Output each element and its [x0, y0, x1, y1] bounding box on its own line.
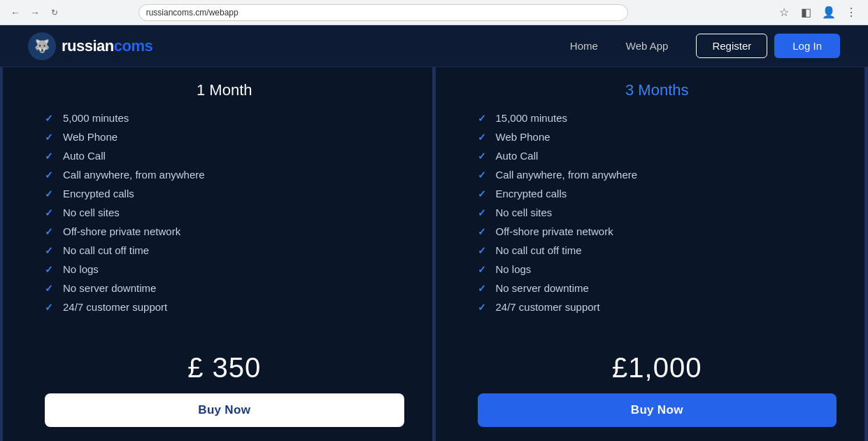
check-icon: ✓	[45, 113, 56, 124]
check-icon: ✓	[45, 188, 56, 200]
check-icon: ✓	[478, 207, 489, 218]
list-item: ✓ Web Phone	[45, 131, 404, 143]
site-header: 🐺 russiancoms Home Web App Register Log …	[0, 25, 868, 67]
feature-label: 24/7 customer support	[496, 301, 600, 313]
list-item: ✓ Off-shore private network	[478, 225, 837, 237]
list-item: ✓ Auto Call	[45, 150, 404, 162]
menu-button[interactable]: ⋮	[843, 4, 860, 21]
pricing-area: 1 Month ✓ 5,000 minutes ✓ Web Phone ✓ Au…	[0, 67, 868, 441]
feature-label: No logs	[63, 263, 99, 275]
right-divider	[865, 67, 868, 441]
reload-button[interactable]: ↻	[48, 6, 62, 20]
plan-1month-title: 1 Month	[45, 81, 404, 99]
check-icon: ✓	[45, 302, 56, 313]
list-item: ✓ No server downtime	[478, 282, 837, 294]
logo-russian: russian	[62, 37, 114, 55]
feature-label: Off-shore private network	[496, 225, 613, 237]
list-item: ✓ Auto Call	[478, 150, 837, 162]
list-item: ✓ No call cut off time	[478, 244, 837, 256]
feature-label: No logs	[496, 263, 532, 275]
list-item: ✓ No call cut off time	[45, 244, 404, 256]
feature-label: 15,000 minutes	[496, 112, 568, 124]
logo-text: russiancoms	[62, 37, 152, 55]
logo[interactable]: 🐺 russiancoms	[28, 32, 152, 60]
list-item: ✓ 15,000 minutes	[478, 112, 837, 124]
check-icon: ✓	[45, 150, 56, 162]
check-icon: ✓	[45, 226, 56, 237]
plan-1month-price: £ 350	[45, 352, 404, 384]
feature-label: No cell sites	[496, 206, 553, 218]
feature-label: No cell sites	[63, 206, 120, 218]
plan-3months-title: 3 Months	[478, 81, 837, 99]
check-icon: ✓	[478, 113, 489, 124]
plan-3months-features: ✓ 15,000 minutes ✓ Web Phone ✓ Auto Call…	[478, 112, 837, 342]
logo-coms: coms	[114, 37, 152, 55]
list-item: ✓ Encrypted calls	[478, 188, 837, 200]
list-item: ✓ Encrypted calls	[45, 188, 404, 200]
check-icon: ✓	[478, 169, 489, 181]
list-item: ✓ 24/7 customer support	[45, 301, 404, 313]
logo-icon: 🐺	[28, 32, 56, 60]
feature-label: Call anywhere, from anywhere	[63, 169, 205, 181]
feature-label: Auto Call	[63, 150, 106, 162]
list-item: ✓ Off-shore private network	[45, 225, 404, 237]
feature-label: 24/7 customer support	[63, 301, 167, 313]
url-text: russiancoms.cm/webapp	[146, 8, 239, 18]
feature-label: Off-shore private network	[63, 225, 180, 237]
check-icon: ✓	[478, 264, 489, 275]
list-item: ✓ No cell sites	[45, 206, 404, 218]
list-item: ✓ Web Phone	[478, 131, 837, 143]
list-item: ✓ No logs	[478, 263, 837, 275]
check-icon: ✓	[478, 150, 489, 162]
feature-label: Call anywhere, from anywhere	[496, 169, 638, 181]
list-item: ✓ No cell sites	[478, 206, 837, 218]
feature-label: No call cut off time	[63, 244, 149, 256]
nav-home[interactable]: Home	[570, 40, 598, 52]
plan-1month: 1 Month ✓ 5,000 minutes ✓ Web Phone ✓ Au…	[3, 67, 433, 441]
extensions-button[interactable]: ◧	[798, 4, 815, 21]
nav-webapp[interactable]: Web App	[626, 40, 669, 52]
back-button[interactable]: ←	[8, 6, 22, 20]
feature-label: 5,000 minutes	[63, 112, 129, 124]
check-icon: ✓	[45, 264, 56, 275]
feature-label: Encrypted calls	[63, 188, 134, 200]
check-icon: ✓	[478, 132, 489, 143]
list-item: ✓ No server downtime	[45, 282, 404, 294]
list-item: ✓ Call anywhere, from anywhere	[478, 169, 837, 181]
list-item: ✓ Call anywhere, from anywhere	[45, 169, 404, 181]
buy-3months-button[interactable]: Buy Now	[478, 393, 837, 427]
register-button[interactable]: Register	[696, 34, 767, 58]
browser-actions: ☆ ◧ 👤 ⋮	[776, 4, 860, 21]
check-icon: ✓	[45, 207, 56, 218]
feature-label: Web Phone	[496, 131, 550, 143]
check-icon: ✓	[478, 283, 489, 294]
check-icon: ✓	[478, 302, 489, 313]
profile-button[interactable]: 👤	[820, 4, 837, 21]
check-icon: ✓	[45, 132, 56, 143]
check-icon: ✓	[45, 245, 56, 256]
feature-label: No server downtime	[496, 282, 589, 294]
browser-chrome: ← → ↻ russiancoms.cm/webapp ☆ ◧ 👤 ⋮	[0, 0, 868, 25]
check-icon: ✓	[478, 245, 489, 256]
login-button[interactable]: Log In	[774, 34, 840, 58]
check-icon: ✓	[45, 283, 56, 294]
plan-3months: 3 Months ✓ 15,000 minutes ✓ Web Phone ✓ …	[436, 67, 866, 441]
check-icon: ✓	[478, 188, 489, 200]
check-icon: ✓	[478, 226, 489, 237]
check-icon: ✓	[45, 169, 56, 181]
feature-label: Web Phone	[63, 131, 118, 143]
feature-label: Auto Call	[496, 150, 539, 162]
feature-label: No server downtime	[63, 282, 156, 294]
forward-button[interactable]: →	[28, 6, 42, 20]
site-nav: Home Web App	[570, 40, 669, 52]
feature-label: Encrypted calls	[496, 188, 567, 200]
url-bar[interactable]: russiancoms.cm/webapp	[138, 4, 628, 21]
list-item: ✓ 5,000 minutes	[45, 112, 404, 124]
list-item: ✓ No logs	[45, 263, 404, 275]
plan-3months-price: £1,000	[478, 352, 837, 384]
feature-label: No call cut off time	[496, 244, 582, 256]
plan-1month-features: ✓ 5,000 minutes ✓ Web Phone ✓ Auto Call …	[45, 112, 404, 342]
list-item: ✓ 24/7 customer support	[478, 301, 837, 313]
star-button[interactable]: ☆	[776, 4, 792, 21]
buy-1month-button[interactable]: Buy Now	[45, 393, 404, 427]
